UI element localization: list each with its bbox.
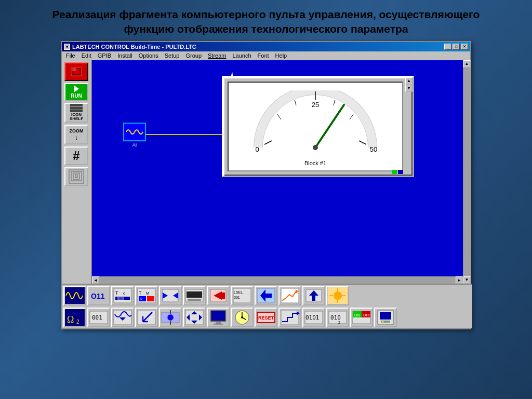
scroll-track-h[interactable] xyxy=(99,276,456,284)
svg-text:50: 50 xyxy=(370,145,377,153)
icon-up-arrow[interactable] xyxy=(302,286,325,305)
icon-tc-meter[interactable]: T c ||||||| xyxy=(111,286,134,305)
icon-box-arrows[interactable] xyxy=(159,286,182,305)
icon-monitor[interactable] xyxy=(207,308,230,327)
application-window: ■ LABTECH CONTROL Build-Time - PULTD.LTC… xyxy=(61,41,471,329)
indicator-green xyxy=(392,170,397,174)
gauge-panel[interactable]: ▲ ▼ xyxy=(222,76,414,177)
gauge-display: 0 25 50 Block #1 xyxy=(228,82,403,171)
icon-wave[interactable] xyxy=(63,286,86,305)
svg-text:Ω: Ω xyxy=(67,314,74,325)
icon-star[interactable] xyxy=(326,286,349,305)
menu-setup[interactable]: Setup xyxy=(162,52,183,59)
minimize-button[interactable]: _ xyxy=(444,44,451,50)
maximize-button[interactable]: □ xyxy=(453,44,460,50)
ai-block[interactable]: AI xyxy=(123,123,146,148)
menu-font[interactable]: Font xyxy=(255,52,272,59)
bottom-toolbar: O11 T c ||||||| T xyxy=(62,284,472,328)
scroll-down-button[interactable]: ▼ xyxy=(463,276,471,284)
icon-device-box[interactable] xyxy=(374,308,397,327)
icon-tm-display[interactable]: T M R xyxy=(135,286,158,305)
scroll-up-button[interactable]: ▲ xyxy=(463,60,471,68)
icon-motor[interactable] xyxy=(159,308,182,327)
svg-line-21 xyxy=(315,105,344,148)
workspace[interactable]: AI ▲ ▼ xyxy=(92,60,463,276)
icon-blue-arrows[interactable] xyxy=(255,286,277,305)
close-button[interactable]: ✕ xyxy=(461,44,468,50)
menu-launch[interactable]: Launch xyxy=(229,52,254,59)
gauge-svg: 0 25 50 xyxy=(243,90,388,158)
svg-text:OFF: OFF xyxy=(363,313,371,317)
red-button[interactable] xyxy=(64,62,88,81)
icon-step-arrows[interactable] xyxy=(278,308,301,327)
menu-group[interactable]: Group xyxy=(182,52,205,59)
grid-button[interactable] xyxy=(64,167,88,186)
menu-bar: File Edit GPIB Install Options Setup Gro… xyxy=(62,51,470,60)
gauge-scroll-up[interactable]: ▲ xyxy=(405,77,413,85)
icon-arrow-cluster[interactable] xyxy=(183,308,206,327)
svg-line-16 xyxy=(334,100,335,105)
svg-text:LSEL: LSEL xyxy=(234,290,243,294)
svg-text:001: 001 xyxy=(92,314,102,321)
icon-clock[interactable] xyxy=(231,308,254,327)
menu-gpib[interactable]: GPIB xyxy=(95,52,114,59)
scroll-right-button[interactable]: ► xyxy=(456,276,463,284)
svg-text:RESET: RESET xyxy=(258,315,274,321)
svg-rect-4 xyxy=(70,107,83,110)
scroll-track-v[interactable] xyxy=(463,68,471,276)
icon-omega[interactable]: Ω 2 xyxy=(63,308,86,327)
menu-edit[interactable]: Edit xyxy=(78,52,95,59)
gauge-scroll-down[interactable]: ▼ xyxy=(405,85,413,92)
icon-001-display[interactable]: 001 xyxy=(87,308,110,327)
svg-rect-46 xyxy=(188,299,201,301)
svg-text:O11: O11 xyxy=(91,292,105,300)
zoom-button[interactable]: ZOOM ↓ xyxy=(64,125,88,144)
svg-text:c: c xyxy=(123,291,125,295)
icon-010[interactable]: 010 2 xyxy=(326,308,349,327)
scroll-left-button[interactable]: ◄ xyxy=(92,276,99,284)
content-area: AI ▲ ▼ xyxy=(92,60,470,284)
icon-graph-up[interactable] xyxy=(278,286,301,305)
svg-text:T: T xyxy=(139,290,142,296)
run-button[interactable]: RUN xyxy=(64,83,88,101)
svg-rect-3 xyxy=(70,104,83,107)
icon-o11[interactable]: O11 xyxy=(87,286,110,305)
menu-help[interactable]: Help xyxy=(272,52,290,59)
svg-text:ON: ON xyxy=(354,313,360,317)
icon-reset[interactable]: RESET xyxy=(255,308,277,327)
menu-options[interactable]: Options xyxy=(136,52,162,59)
scrollbar-vertical: ▲ ▼ xyxy=(463,60,470,284)
window-title: LABTECH CONTROL Build-Time - PULTD.LTC xyxy=(72,44,196,50)
hash-button[interactable]: # xyxy=(64,147,88,165)
toolbar: RUN ICONSHELF ZOOM ↓ # xyxy=(62,60,92,284)
icon-wave-down[interactable] xyxy=(111,308,134,327)
svg-rect-2 xyxy=(72,68,76,71)
svg-text:2: 2 xyxy=(76,319,79,325)
svg-text:M: M xyxy=(146,291,149,295)
svg-text:2: 2 xyxy=(338,321,340,324)
run-label: RUN xyxy=(71,93,82,99)
svg-text:001: 001 xyxy=(234,296,240,299)
icon-shelf-button[interactable]: ICONSHELF xyxy=(64,103,88,123)
menu-stream[interactable]: Stream xyxy=(205,52,229,59)
icon-shelf-label: ICONSHELF xyxy=(70,113,83,121)
menu-file[interactable]: File xyxy=(63,52,78,59)
svg-text:25: 25 xyxy=(312,101,319,109)
svg-rect-9 xyxy=(75,175,77,178)
ai-label: AI xyxy=(132,142,137,148)
icon-arrow-leftdown[interactable] xyxy=(135,308,158,327)
icon-lsel[interactable]: LSEL 001 xyxy=(231,286,254,305)
icon-onoff[interactable]: ON OFF xyxy=(350,308,373,327)
icon-red-arrow[interactable] xyxy=(207,286,230,305)
menu-install[interactable]: Install xyxy=(114,52,136,59)
icon-keyboard[interactable] xyxy=(183,286,206,305)
scrollbar-horizontal: ◄ ► xyxy=(92,276,463,284)
svg-point-65 xyxy=(334,291,342,300)
svg-point-126 xyxy=(388,321,389,322)
svg-text:T: T xyxy=(115,290,118,296)
svg-rect-45 xyxy=(187,291,202,298)
window-icon[interactable]: ■ xyxy=(64,44,70,50)
svg-rect-8 xyxy=(73,173,79,179)
ai-icon-box[interactable] xyxy=(123,123,146,141)
icon-o1o1[interactable]: O1O1 xyxy=(302,308,325,327)
